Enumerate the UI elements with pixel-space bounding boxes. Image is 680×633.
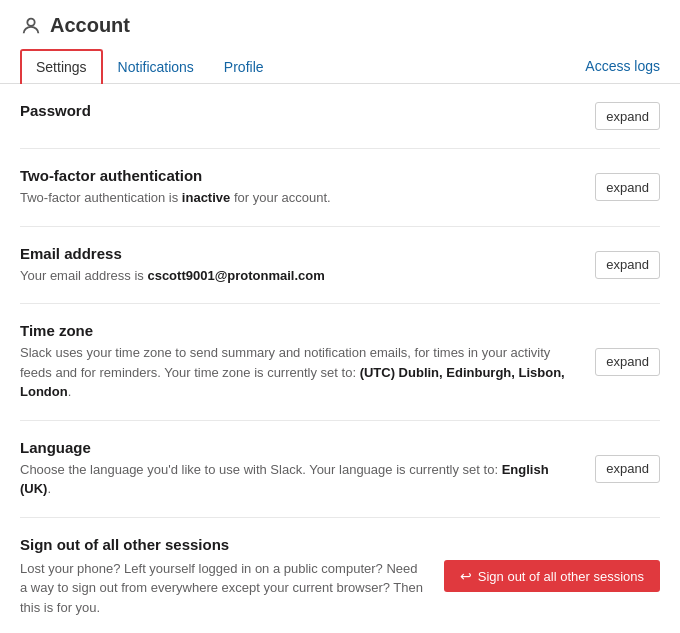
two-factor-title: Two-factor authentication (20, 167, 575, 184)
password-section: Password expand (20, 84, 660, 149)
language-expand-button[interactable]: expand (595, 455, 660, 483)
tab-bar: Settings Notifications Profile Access lo… (20, 49, 660, 83)
timezone-section: Time zone Slack uses your time zone to s… (20, 304, 660, 421)
content-area: Password expand Two-factor authenticatio… (0, 84, 680, 633)
email-title: Email address (20, 245, 575, 262)
user-icon (20, 15, 42, 37)
email-expand-button[interactable]: expand (595, 251, 660, 279)
page-header: Account Settings Notifications Profile A… (0, 0, 680, 84)
sign-out-button[interactable]: ↩ Sign out of all other sessions (444, 560, 660, 592)
page-title: Account (20, 14, 660, 37)
timezone-title: Time zone (20, 322, 575, 339)
email-section: Email address Your email address is csco… (20, 227, 660, 305)
email-desc: Your email address is cscott9001@protonm… (20, 266, 575, 286)
svg-point-0 (27, 18, 34, 25)
sign-out-desc: Lost your phone? Left yourself logged in… (20, 559, 424, 618)
timezone-body: Time zone Slack uses your time zone to s… (20, 322, 575, 402)
timezone-expand-button[interactable]: expand (595, 348, 660, 376)
password-body: Password (20, 102, 575, 123)
password-expand-button[interactable]: expand (595, 102, 660, 130)
sign-out-title: Sign out of all other sessions (20, 536, 424, 553)
tab-notifications[interactable]: Notifications (103, 50, 209, 84)
two-factor-body: Two-factor authentication Two-factor aut… (20, 167, 575, 208)
two-factor-section: Two-factor authentication Two-factor aut… (20, 149, 660, 227)
access-logs-link[interactable]: Access logs (585, 50, 660, 82)
language-title: Language (20, 439, 575, 456)
tab-settings[interactable]: Settings (20, 49, 103, 84)
sign-out-body: Sign out of all other sessions Lost your… (20, 536, 424, 618)
language-section: Language Choose the language you'd like … (20, 421, 660, 518)
password-title: Password (20, 102, 575, 119)
account-label: Account (50, 14, 130, 37)
sign-out-icon: ↩ (460, 568, 472, 584)
tab-profile[interactable]: Profile (209, 50, 279, 84)
timezone-desc: Slack uses your time zone to send summar… (20, 343, 575, 402)
two-factor-desc: Two-factor authentication is inactive fo… (20, 188, 575, 208)
sign-out-section: Sign out of all other sessions Lost your… (20, 518, 660, 634)
email-body: Email address Your email address is csco… (20, 245, 575, 286)
language-body: Language Choose the language you'd like … (20, 439, 575, 499)
two-factor-expand-button[interactable]: expand (595, 173, 660, 201)
language-desc: Choose the language you'd like to use wi… (20, 460, 575, 499)
sign-out-button-label: Sign out of all other sessions (478, 569, 644, 584)
